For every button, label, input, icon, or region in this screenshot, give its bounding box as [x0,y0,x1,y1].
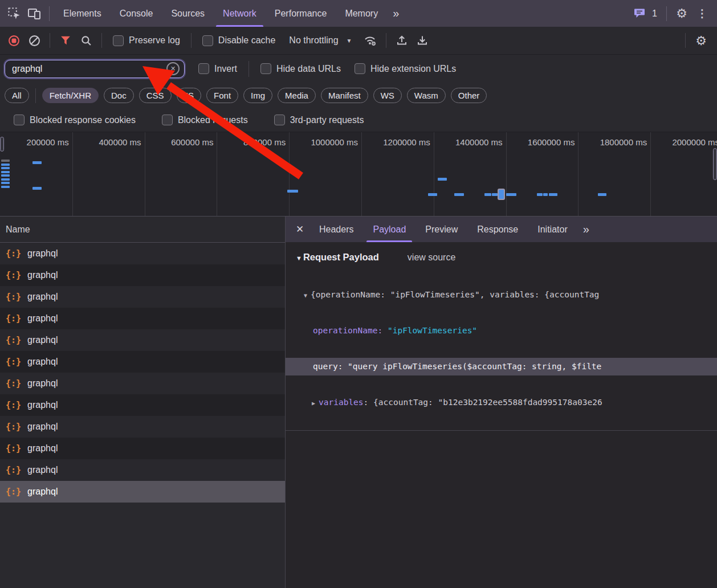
request-row[interactable]: {:}graphql [0,243,285,264]
filter-funnel-icon[interactable] [55,30,76,51]
topbar-right-group: 1 ⚙ ⋮ [629,3,717,24]
detail-tab-headers[interactable]: Headers [309,217,363,242]
invert-checkbox[interactable]: Invert [198,63,237,74]
check-blocked-requests[interactable]: Blocked requests [162,115,248,125]
chip-manifest[interactable]: Manifest [321,88,368,103]
request-row[interactable]: {:}graphql [0,438,285,459]
payload-root-row[interactable]: ▼{operationName: "ipFlowTimeseries", var… [286,286,717,304]
detail-tab-initiator[interactable]: Initiator [528,217,577,242]
chip-all[interactable]: All [5,88,29,103]
timeline-overview[interactable]: 200000 ms400000 ms600000 ms800000 ms1000… [0,132,717,217]
expand-right-icon[interactable]: ▶ [308,394,319,411]
divider [50,33,50,48]
checkbox[interactable] [198,63,209,74]
detail-tab-response[interactable]: Response [467,217,528,242]
checkbox[interactable] [202,35,213,46]
payload-variables-row[interactable]: ▶variables: {accountTag: "b12e3b2192ee55… [286,394,717,411]
checkbox[interactable] [274,115,285,125]
check-blocked-response-cookies[interactable]: Blocked response cookies [14,115,136,125]
request-row[interactable]: {:}graphql [0,329,285,351]
waterfall-bar [1,171,10,173]
waterfall-bar [1,182,10,184]
detail-tab-preview[interactable]: Preview [415,217,467,242]
request-row[interactable]: {:}graphql [0,481,285,503]
detail-tab-payload[interactable]: Payload [363,217,415,242]
section-title: Request Payload [303,252,379,263]
tab-network[interactable]: Network [214,0,266,27]
request-row[interactable]: {:}graphql [0,308,285,329]
timeline-label: 1800000 ms [577,137,647,147]
close-icon[interactable]: ✕ [290,220,309,239]
chip-fetch-xhr[interactable]: Fetch/XHR [42,88,99,103]
chip-other[interactable]: Other [451,88,487,103]
console-messages-icon[interactable] [629,3,650,24]
clear-network-log-icon[interactable] [24,30,44,51]
chip-css[interactable]: CSS [139,88,172,103]
request-payload-section: ▼ Request Payload view source [296,252,717,263]
hide-extension-urls-checkbox[interactable]: Hide extension URLs [355,63,456,74]
inspect-element-icon[interactable] [3,3,24,24]
menu-dots-icon[interactable]: ⋮ [692,3,712,24]
clear-filter-icon[interactable]: ✕ [166,62,180,75]
check-3rd-party-requests[interactable]: 3rd-party requests [274,115,364,125]
checkbox[interactable] [260,63,271,74]
tab-console[interactable]: Console [111,0,162,27]
request-row[interactable]: {:}graphql [0,373,285,394]
waterfall-bar [1,160,10,162]
json-braces-icon: {:} [6,292,21,302]
request-row[interactable]: {:}graphql [0,459,285,481]
checkbox[interactable] [14,115,25,125]
timeline-label: 1400000 ms [433,137,503,147]
name-column-header[interactable]: Name [0,217,285,243]
waterfall-bar [438,178,447,181]
filter-input[interactable] [11,63,144,75]
checkbox[interactable] [162,115,173,125]
export-har-icon[interactable] [412,30,433,51]
waterfall-bar [1,164,10,166]
request-row[interactable]: {:}graphql [0,351,285,373]
search-icon[interactable] [76,30,96,51]
more-tabs-icon[interactable]: » [387,7,405,20]
payload-query-row[interactable]: query: "query ipFlowTimeseries($accountT… [286,358,717,375]
preserve-log-checkbox[interactable]: Preserve log [113,35,180,46]
chip-doc[interactable]: Doc [104,88,134,103]
checkbox[interactable] [355,63,365,74]
collapse-arrow-icon[interactable]: ▼ [296,255,302,262]
filter-chip-row: AllFetch/XHRDocCSSJSFontImgMediaManifest… [0,83,717,108]
request-row[interactable]: {:}graphql [0,394,285,416]
import-har-icon[interactable] [392,30,412,51]
timeline-label: 1200000 ms [361,137,430,147]
device-toolbar-icon[interactable] [24,3,44,24]
network-settings-gear-icon[interactable]: ⚙ [691,30,711,51]
disable-cache-checkbox[interactable]: Disable cache [202,35,276,46]
chip-img[interactable]: Img [243,88,272,103]
json-braces-icon: {:} [6,378,21,389]
tab-elements[interactable]: Elements [54,0,111,27]
request-row[interactable]: {:}graphql [0,286,285,308]
chip-font[interactable]: Font [206,88,238,103]
payload-operation-row[interactable]: operationName: "ipFlowTimeseries" [286,322,717,340]
network-conditions-icon[interactable] [360,30,381,51]
timeline-label: 600000 ms [144,137,213,147]
chip-js[interactable]: JS [177,88,202,103]
expand-down-icon[interactable]: ▼ [300,287,311,304]
timeline-right-handle[interactable] [713,148,717,180]
checkbox[interactable] [113,35,124,46]
hide-data-urls-checkbox[interactable]: Hide data URLs [260,63,341,74]
request-row[interactable]: {:}graphql [0,416,285,438]
request-row[interactable]: {:}graphql [0,264,285,286]
settings-gear-icon[interactable]: ⚙ [671,3,692,24]
payload-tree: ▼{operationName: "ipFlowTimeseries", var… [286,268,717,449]
chip-wasm[interactable]: Wasm [407,88,446,103]
tab-performance[interactable]: Performance [266,0,336,27]
view-source-link[interactable]: view source [408,252,455,263]
main-tab-strip: ElementsConsoleSourcesNetworkPerformance… [54,0,387,27]
throttling-select[interactable]: No throttling ▼ [289,35,352,46]
chip-ws[interactable]: WS [373,88,402,103]
tab-memory[interactable]: Memory [336,0,387,27]
timeline-label: 1600000 ms [505,137,575,147]
chip-media[interactable]: Media [278,88,316,103]
record-network-log-icon[interactable] [3,30,24,51]
more-detail-tabs-icon[interactable]: » [577,223,595,236]
tab-sources[interactable]: Sources [162,0,214,27]
